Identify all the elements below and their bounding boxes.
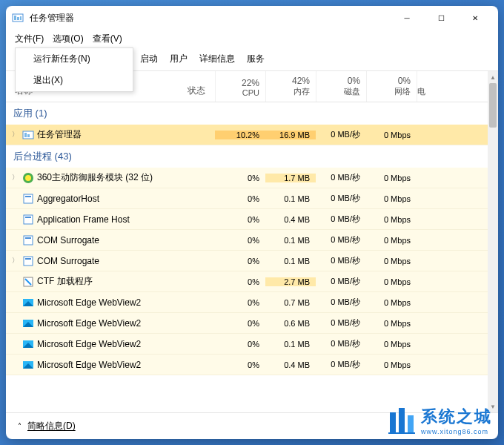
minimize-button[interactable]: ─ — [390, 6, 424, 30]
memory-cell: 16.9 MB — [265, 131, 316, 139]
process-row[interactable]: 〉COM Surrogate0%0.1 MB0 MB/秒0 Mbps — [6, 251, 488, 271]
svg-rect-2 — [17, 17, 19, 20]
process-row[interactable]: 〉任务管理器10.2%16.9 MB0 MB/秒0 Mbps — [6, 125, 488, 145]
disk-cell: 0 MB/秒 — [316, 317, 366, 329]
network-cell: 0 Mbps — [366, 236, 417, 245]
memory-cell: 2.7 MB — [265, 277, 316, 286]
cpu-cell: 0% — [215, 277, 265, 286]
process-row[interactable]: 〉CTF 加载程序0%2.7 MB0 MB/秒0 Mbps — [6, 271, 488, 292]
memory-cell: 0.1 MB — [265, 257, 316, 266]
group-background[interactable]: 后台进程 (43) — [6, 145, 488, 168]
scroll-thumb[interactable] — [489, 83, 497, 128]
network-cell: 0 Mbps — [366, 277, 417, 286]
svg-rect-10 — [25, 196, 31, 197]
memory-cell: 0.1 MB — [265, 194, 316, 203]
process-row[interactable]: 〉Application Frame Host0%0.4 MB0 MB/秒0 M… — [6, 209, 488, 230]
cpu-cell: 0% — [215, 360, 265, 369]
process-row[interactable]: 〉360主动防御服务模块 (32 位)0%1.7 MB0 MB/秒0 Mbps — [6, 168, 488, 188]
process-icon — [22, 359, 34, 371]
expand-icon[interactable]: 〉 — [10, 130, 19, 139]
svg-rect-16 — [25, 258, 31, 260]
svg-rect-11 — [24, 215, 33, 224]
expand-icon[interactable]: 〉 — [10, 173, 19, 182]
process-table: 名称 状态 22% CPU 42% 内存 0% 磁盘 0% 网络 — [6, 71, 488, 412]
process-name: COM Surrogate — [37, 235, 99, 245]
close-button[interactable]: ✕ — [458, 6, 492, 30]
col-disk[interactable]: 0% 磁盘 — [316, 71, 366, 102]
svg-point-8 — [25, 175, 31, 181]
process-name: Microsoft Edge WebView2 — [37, 297, 141, 308]
col-power[interactable]: 电 — [417, 71, 431, 102]
memory-cell: 0.4 MB — [265, 360, 316, 369]
process-icon — [22, 317, 34, 329]
network-cell: 0 Mbps — [366, 360, 417, 369]
cpu-cell: 10.2% — [215, 131, 265, 139]
app-icon — [12, 12, 24, 24]
process-icon — [22, 255, 34, 267]
network-cell: 0 Mbps — [366, 298, 417, 307]
col-network[interactable]: 0% 网络 — [366, 71, 417, 102]
memory-cell: 0.1 MB — [265, 340, 316, 349]
process-icon — [22, 193, 34, 205]
disk-cell: 0 MB/秒 — [316, 172, 366, 183]
network-cell: 0 Mbps — [366, 340, 417, 349]
process-name: Microsoft Edge WebView2 — [37, 360, 141, 370]
network-cell: 0 Mbps — [366, 215, 417, 224]
window-controls: ─ ☐ ✕ — [390, 6, 492, 30]
svg-rect-12 — [25, 217, 31, 218]
process-name: CTF 加载程序 — [37, 275, 93, 288]
scroll-up-icon[interactable]: ▲ — [488, 71, 498, 83]
disk-cell: 0 MB/秒 — [316, 359, 366, 370]
watermark-text: 系统之城 — [421, 406, 492, 428]
svg-rect-3 — [20, 16, 21, 20]
process-name: COM Surrogate — [37, 256, 99, 266]
process-row[interactable]: 〉Microsoft Edge WebView20%0.7 MB0 MB/秒0 … — [6, 292, 488, 313]
memory-cell: 0.7 MB — [265, 298, 316, 307]
svg-rect-6 — [27, 134, 30, 137]
group-apps[interactable]: 应用 (1) — [6, 102, 488, 125]
process-row[interactable]: 〉Microsoft Edge WebView20%0.4 MB0 MB/秒0 … — [6, 355, 488, 375]
process-row[interactable]: 〉Microsoft Edge WebView20%0.6 MB0 MB/秒0 … — [6, 313, 488, 334]
process-icon — [22, 338, 34, 350]
cpu-cell: 0% — [215, 174, 265, 182]
cpu-cell: 0% — [215, 236, 265, 245]
cpu-cell: 0% — [215, 194, 265, 203]
tab-services[interactable]: 服务 — [245, 50, 266, 68]
col-memory[interactable]: 42% 内存 — [265, 71, 316, 102]
menu-options[interactable]: 选项(O) — [53, 33, 83, 45]
disk-cell: 0 MB/秒 — [316, 338, 366, 349]
tab-startup[interactable]: 启动 — [139, 50, 159, 68]
vertical-scrollbar[interactable]: ▲ ▼ — [488, 71, 498, 412]
process-row[interactable]: 〉COM Surrogate0%0.1 MB0 MB/秒0 Mbps — [6, 230, 488, 251]
chevron-up-icon[interactable]: ˄ — [18, 422, 21, 430]
memory-cell: 0.6 MB — [265, 319, 316, 328]
disk-cell: 0 MB/秒 — [316, 297, 366, 308]
titlebar[interactable]: 任务管理器 ─ ☐ ✕ — [6, 6, 498, 30]
process-row[interactable]: 〉AggregatorHost0%0.1 MB0 MB/秒0 Mbps — [6, 188, 488, 209]
process-name: Microsoft Edge WebView2 — [37, 339, 141, 349]
menu-exit[interactable]: 退出(X) — [16, 70, 133, 91]
process-row[interactable]: 〉Microsoft Edge WebView20%0.1 MB0 MB/秒0 … — [6, 334, 488, 355]
scroll-track[interactable] — [488, 83, 498, 400]
svg-rect-22 — [390, 412, 396, 433]
svg-rect-14 — [25, 237, 31, 239]
tab-details[interactable]: 详细信息 — [198, 50, 236, 68]
menu-view[interactable]: 查看(V) — [93, 33, 122, 45]
col-status[interactable]: 状态 — [178, 71, 215, 102]
svg-rect-13 — [24, 236, 33, 245]
cpu-cell: 0% — [215, 215, 265, 224]
process-name: 360主动防御服务模块 (32 位) — [37, 171, 153, 184]
cpu-cell: 0% — [215, 257, 265, 266]
network-cell: 0 Mbps — [366, 131, 417, 139]
col-cpu[interactable]: 22% CPU — [215, 71, 265, 102]
brief-info-link[interactable]: 简略信息(D) — [27, 420, 76, 432]
cpu-cell: 0% — [215, 298, 265, 307]
expand-icon[interactable]: 〉 — [10, 256, 19, 266]
menu-file[interactable]: 文件(F) — [15, 33, 44, 45]
process-name: Application Frame Host — [37, 214, 130, 225]
maximize-button[interactable]: ☐ — [424, 6, 458, 30]
network-cell: 0 Mbps — [366, 194, 417, 203]
svg-rect-1 — [14, 16, 16, 20]
tab-users[interactable]: 用户 — [168, 50, 189, 68]
menu-run-new-task[interactable]: 运行新任务(N) — [16, 48, 133, 70]
